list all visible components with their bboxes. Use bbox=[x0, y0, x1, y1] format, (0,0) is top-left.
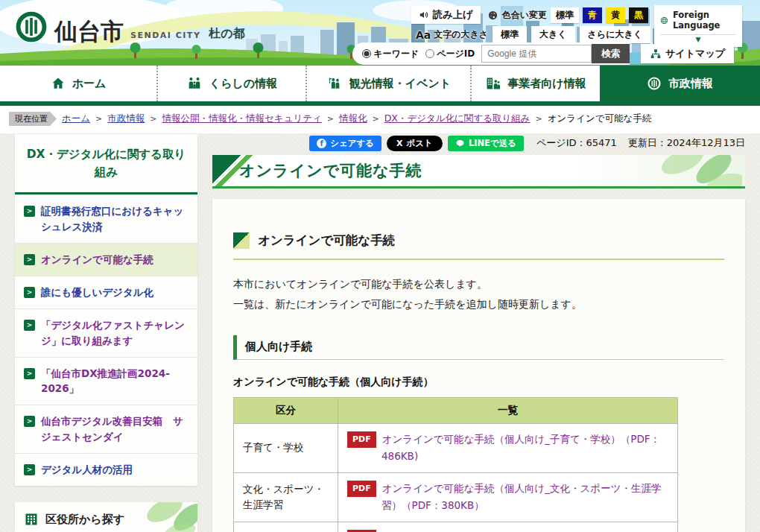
family-icon bbox=[186, 76, 203, 91]
page-id: ページID：65471 bbox=[536, 136, 617, 150]
speaker-icon bbox=[419, 10, 429, 20]
pageid-radio-input[interactable] bbox=[425, 49, 434, 58]
read-aloud-button[interactable]: 読み上げ bbox=[411, 6, 481, 24]
breadcrumb-label: 現在位置 bbox=[9, 112, 57, 126]
color-standard-button[interactable]: 標準 bbox=[551, 7, 579, 23]
chevron-right-icon: > bbox=[24, 287, 35, 298]
pdf-link-childcare[interactable]: オンラインで可能な手続（個人向け_子育て・学校）（PDF：486KB) bbox=[381, 433, 660, 463]
chevron-right-icon: > bbox=[24, 320, 35, 331]
office-building-icon bbox=[485, 76, 501, 91]
sidebar-item-suggestion-box[interactable]: > 仙台市デジタル改善目安箱 サジェストセンダイ bbox=[15, 405, 197, 453]
color-yellow-button[interactable]: 黄 bbox=[606, 7, 625, 23]
breadcrumb: 現在位置 ホーム> 市政情報> 情報公開・情報化・情報セキュリティ> 情報化> … bbox=[0, 106, 760, 133]
city-emblem-icon bbox=[647, 76, 662, 91]
nav-tourism-events[interactable]: 観光情報・イベント bbox=[305, 66, 470, 101]
sidebar-item-cashless[interactable]: > 証明書発行窓口におけるキャッシュレス決済 bbox=[15, 194, 197, 243]
section-marker-icon bbox=[233, 232, 250, 249]
breadcrumb-city-info[interactable]: 市政情報 bbox=[107, 113, 145, 125]
page-title-band: オンラインで可能な手続 bbox=[212, 155, 745, 189]
section-title: オンラインで可能な手続 bbox=[258, 232, 395, 249]
section-heading: オンラインで可能な手続 bbox=[233, 232, 724, 260]
chevron-right-icon: > bbox=[24, 416, 35, 427]
chevron-right-icon: > bbox=[24, 368, 35, 379]
ward-finder-title: 区役所から探す bbox=[15, 502, 197, 532]
sidebar-item-friendly-digital[interactable]: > 誰にも優しいデジタル化 bbox=[15, 276, 197, 308]
text-size-large-button[interactable]: 大きく bbox=[531, 26, 575, 43]
nav-city-government[interactable]: 市政情報 bbox=[600, 66, 760, 101]
chevron-right-icon: > bbox=[24, 464, 35, 475]
sidebar: DX・デジタル化に関する取り組み > 証明書発行窓口におけるキャッシュレス決済 … bbox=[15, 134, 197, 532]
city-hall-icon bbox=[24, 512, 39, 527]
sidebar-item-fast-challenge[interactable]: > 「デジタル化ファストチャレンジ」に取り組みます bbox=[15, 308, 197, 357]
table-row: 地域活動・市民協働・広聴 PDFオンラインで可能な手続（個人向け_地域活動・市民… bbox=[234, 522, 678, 532]
color-black-button[interactable]: 黒 bbox=[629, 7, 648, 23]
sidebar-item-digital-talent[interactable]: > デジタル人材の活用 bbox=[15, 453, 197, 486]
line-share-button[interactable]: LINEで送る bbox=[448, 136, 524, 151]
text-size-row: Aa 文字の大きさ 標準 大きく さらに大きく bbox=[416, 26, 650, 43]
header-tools: 読み上げ 色合い変更 標準 青 黄 黒 Aa 文字の大きさ 標準 大き bbox=[0, 0, 760, 66]
search-button[interactable]: 検索 bbox=[592, 44, 630, 63]
subsection-title: 個人向け手続 bbox=[233, 335, 724, 360]
search-row: キーワード ページID 検索 サイトマップ bbox=[352, 42, 734, 65]
content-panel: オンラインで可能な手続 本市においてオンラインで可能な手続を公表します。 一覧は… bbox=[212, 199, 745, 532]
breadcrumb-informatization[interactable]: 情報化 bbox=[339, 113, 367, 125]
pageid-radio[interactable]: ページID bbox=[425, 48, 475, 60]
text-size-label: 文字の大きさ bbox=[434, 28, 488, 41]
updated-date: 更新日：2024年12月13日 bbox=[628, 136, 745, 150]
text-size-standard-button[interactable]: 標準 bbox=[493, 26, 527, 43]
text-size-xlarge-button[interactable]: さらに大きく bbox=[580, 26, 650, 43]
pdf-badge: PDF bbox=[347, 431, 376, 448]
read-aloud-label: 読み上げ bbox=[433, 8, 473, 22]
row-category: 子育て・学校 bbox=[234, 423, 338, 472]
tourists-icon bbox=[326, 76, 343, 91]
column-header-list: 一覧 bbox=[338, 397, 678, 423]
line-icon bbox=[455, 139, 465, 148]
breadcrumb-home[interactable]: ホーム bbox=[62, 113, 90, 125]
breadcrumb-dx[interactable]: DX・デジタル化に関する取り組み bbox=[384, 113, 531, 125]
breadcrumb-info-security[interactable]: 情報公開・情報化・情報セキュリティ bbox=[162, 113, 322, 125]
foreign-language-label: Foreign Language bbox=[673, 10, 736, 31]
page-title: オンラインで可能な手続 bbox=[239, 160, 422, 181]
x-icon: X bbox=[396, 139, 402, 148]
site-header: 仙台市 SENDAI CITY 杜の都 読み上げ 色合い変更 標準 青 bbox=[0, 0, 760, 66]
sidebar-menu: DX・デジタル化に関する取り組み > 証明書発行窓口におけるキャッシュレス決済 … bbox=[15, 134, 197, 486]
keyword-radio-input[interactable] bbox=[362, 49, 371, 58]
leaf-decoration bbox=[630, 155, 742, 189]
nav-home[interactable]: ホーム bbox=[0, 66, 156, 101]
share-row: f シェアする X ポスト LINEで送る ページID：65471 更新日：20… bbox=[212, 134, 745, 152]
search-bar: キーワード ページID 検索 bbox=[352, 42, 630, 65]
global-nav: ホーム くらしの情報 観光情報・イベント 事業者向け情報 bbox=[0, 66, 760, 101]
paragraph-2: 一覧は、新たにオンラインで可能になった手続を追加し随時更新します。 bbox=[233, 294, 724, 314]
facebook-share-button[interactable]: f シェアする bbox=[309, 136, 381, 151]
text-size-group-label: Aa 文字の大きさ bbox=[416, 28, 488, 41]
color-blue-button[interactable]: 青 bbox=[583, 7, 602, 23]
home-icon bbox=[51, 76, 66, 91]
breadcrumb-current: オンラインで可能な手続 bbox=[548, 113, 652, 125]
chevron-right-icon: > bbox=[24, 254, 35, 265]
nav-business-info[interactable]: 事業者向け情報 bbox=[470, 66, 600, 101]
ward-finder: 区役所から探す 青葉区 泉区 宮城野区 太白区 > 青葉区 bbox=[15, 502, 197, 532]
chevron-right-icon: > bbox=[24, 206, 35, 217]
color-scheme-group: 色合い変更 標準 青 黄 黒 bbox=[487, 7, 648, 23]
main-content: f シェアする X ポスト LINEで送る ページID：65471 更新日：20… bbox=[212, 134, 745, 532]
foreign-language-dropdown[interactable]: Foreign Language ▼ bbox=[654, 5, 742, 47]
sitemap-button[interactable]: サイトマップ bbox=[641, 44, 734, 63]
sidebar-title: DX・デジタル化に関する取り組み bbox=[15, 134, 197, 194]
pdf-badge: PDF bbox=[347, 481, 376, 497]
pdf-link-culture[interactable]: オンラインで可能な手続（個人向け_文化・スポーツ・生涯学習）（PDF：380KB… bbox=[381, 482, 661, 512]
paragraph-1: 本市においてオンラインで可能な手続を公表します。 bbox=[233, 274, 724, 294]
nav-living-info[interactable]: くらしの情報 bbox=[156, 66, 305, 101]
search-input[interactable] bbox=[481, 45, 592, 63]
sidebar-item-dx-plan[interactable]: > 「仙台市DX推進計画2024-2026」 bbox=[15, 357, 197, 405]
table-row: 文化・スポーツ・生涯学習 PDFオンラインで可能な手続（個人向け_文化・スポーツ… bbox=[234, 472, 678, 522]
intro-text: 本市においてオンラインで可能な手続を公表します。 一覧は、新たにオンラインで可能… bbox=[233, 274, 724, 315]
table-header-row: 区分 一覧 bbox=[234, 397, 678, 423]
aa-icon: Aa bbox=[416, 29, 431, 41]
column-header-category: 区分 bbox=[234, 397, 338, 423]
sitemap-icon bbox=[650, 48, 662, 60]
table-row: 子育て・学校 PDFオンラインで可能な手続（個人向け_子育て・学校）（PDF：4… bbox=[234, 423, 678, 472]
sidebar-item-online-procedures[interactable]: > オンラインで可能な手続 bbox=[15, 243, 197, 276]
keyword-radio[interactable]: キーワード bbox=[362, 48, 419, 60]
x-post-button[interactable]: X ポスト bbox=[387, 136, 443, 151]
facebook-icon: f bbox=[317, 139, 326, 148]
